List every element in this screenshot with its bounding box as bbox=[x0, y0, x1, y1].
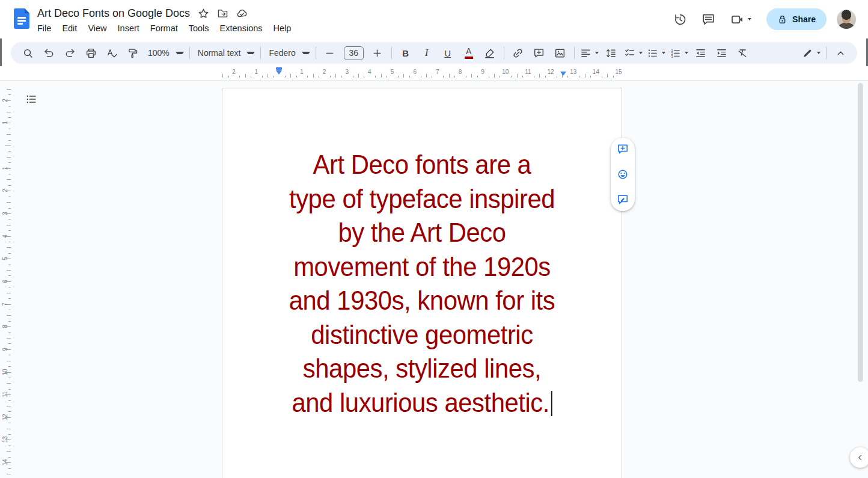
insert-link-button[interactable] bbox=[509, 44, 528, 61]
undo-button[interactable] bbox=[39, 44, 58, 61]
left-indent-marker[interactable] bbox=[276, 67, 282, 75]
bulleted-list-button[interactable] bbox=[646, 44, 667, 61]
ruler-tick bbox=[330, 76, 331, 78]
account-avatar[interactable] bbox=[837, 10, 856, 29]
menu-item-view[interactable]: View bbox=[82, 22, 112, 34]
menu-item-format[interactable]: Format bbox=[145, 22, 183, 34]
ruler-tick bbox=[8, 253, 11, 254]
increase-font-size-button[interactable] bbox=[368, 44, 387, 61]
print-button[interactable] bbox=[81, 44, 100, 61]
line-paragraph-spacing-button[interactable] bbox=[602, 44, 621, 61]
text-line: type of typeface inspired bbox=[236, 182, 608, 216]
ruler-tick bbox=[285, 76, 286, 78]
align-icon bbox=[580, 47, 591, 59]
google-docs-logo[interactable] bbox=[14, 8, 29, 29]
decrease-indent-button[interactable] bbox=[691, 44, 711, 61]
styles-select[interactable]: Normal text bbox=[194, 44, 257, 61]
document-title[interactable]: Art Deco Fonts on Google Docs bbox=[37, 7, 190, 20]
ruler-number: 12 bbox=[548, 69, 554, 75]
lock-icon bbox=[777, 14, 787, 25]
increase-indent-button[interactable] bbox=[712, 44, 732, 61]
header-right: Share bbox=[668, 7, 856, 31]
spelling-grammar-check-button[interactable] bbox=[102, 44, 121, 61]
first-line-indent-marker[interactable] bbox=[276, 67, 282, 70]
align-button[interactable] bbox=[579, 44, 600, 61]
print-icon bbox=[85, 47, 97, 59]
font-size-input[interactable]: 36 bbox=[344, 46, 364, 60]
decrease-font-size-button[interactable] bbox=[320, 44, 340, 61]
menu-item-help[interactable]: Help bbox=[268, 22, 297, 34]
hide-menus-button[interactable] bbox=[831, 44, 850, 61]
ruler-number: 7 bbox=[436, 69, 439, 75]
ruler-tick bbox=[8, 321, 11, 322]
star-icon[interactable] bbox=[198, 8, 209, 19]
redo-button[interactable] bbox=[60, 44, 79, 61]
suggest-edits-button[interactable] bbox=[617, 194, 629, 206]
share-button[interactable]: Share bbox=[766, 8, 827, 30]
text-line-content: and luxurious aesthetic. bbox=[292, 387, 549, 418]
ruler-number: 14 bbox=[593, 69, 599, 75]
font-select-value: Federo bbox=[266, 48, 298, 58]
menu-item-tools[interactable]: Tools bbox=[183, 22, 215, 34]
menu-item-extensions[interactable]: Extensions bbox=[215, 22, 268, 34]
ruler-tick bbox=[8, 411, 11, 412]
indent-icon bbox=[716, 47, 727, 59]
ruler-tick bbox=[7, 270, 11, 271]
font-select[interactable]: Federo bbox=[265, 44, 311, 61]
italic-button[interactable]: I bbox=[417, 44, 436, 61]
ruler-tick bbox=[8, 366, 11, 367]
clear-formatting-button[interactable] bbox=[733, 44, 753, 61]
ruler-tick bbox=[607, 74, 608, 78]
bold-button-letter: B bbox=[402, 48, 409, 58]
ruler-tick bbox=[262, 76, 263, 78]
join-video-call-icon[interactable] bbox=[725, 8, 756, 31]
zoom-select[interactable]: 100% bbox=[144, 44, 185, 61]
add-comment-margin-button[interactable] bbox=[617, 143, 629, 155]
ruler-number: 2 bbox=[2, 97, 8, 104]
move-to-folder-icon[interactable] bbox=[217, 8, 228, 19]
ruler-tick bbox=[8, 106, 11, 106]
ruler-tick bbox=[8, 117, 11, 118]
menu-item-file[interactable]: File bbox=[32, 22, 57, 34]
add-comment-button[interactable] bbox=[530, 44, 549, 61]
ruler-tick bbox=[387, 76, 387, 78]
search-menus-button[interactable] bbox=[18, 44, 37, 61]
text-line: shapes, stylized lines, bbox=[236, 352, 608, 386]
ruler-number: 9 bbox=[2, 346, 8, 353]
ruler-tick bbox=[494, 74, 495, 78]
ruler-tick bbox=[8, 242, 11, 242]
version-history-icon[interactable] bbox=[668, 8, 691, 31]
vertical-scrollbar[interactable] bbox=[858, 83, 863, 382]
numbered-list-button[interactable]: 123 bbox=[668, 44, 689, 61]
chevron-down-icon bbox=[246, 52, 255, 54]
text-line: distinctive geometric bbox=[236, 318, 608, 352]
text-line: and luxurious aesthetic. bbox=[236, 386, 608, 420]
highlight-color-button[interactable] bbox=[480, 44, 500, 61]
numberlist-icon: 123 bbox=[670, 47, 681, 59]
checklist-button[interactable] bbox=[623, 44, 644, 61]
editing-mode-button[interactable] bbox=[801, 44, 822, 61]
ruler-number: 11 bbox=[525, 69, 531, 75]
bold-button[interactable]: B bbox=[396, 44, 415, 61]
insert-image-button[interactable] bbox=[551, 44, 570, 61]
collapse-side-panel-button[interactable] bbox=[850, 447, 868, 468]
text-line-content: Art Deco fonts are a bbox=[313, 149, 531, 180]
text-color-button[interactable]: A bbox=[459, 44, 478, 61]
show-comments-icon[interactable] bbox=[697, 8, 720, 31]
ruler-number: 4 bbox=[368, 69, 371, 75]
bulletlist-icon bbox=[647, 47, 658, 59]
underline-button[interactable]: U bbox=[438, 44, 457, 61]
right-indent-marker[interactable] bbox=[560, 72, 566, 76]
ruler-tick bbox=[222, 74, 223, 78]
emoji-reaction-button[interactable] bbox=[617, 168, 629, 180]
paint-format-button[interactable] bbox=[123, 44, 142, 61]
ruler-number: 2 bbox=[2, 187, 8, 194]
document-page[interactable]: Art Deco fonts are atype of typeface ins… bbox=[222, 88, 622, 478]
ruler-tick bbox=[8, 389, 11, 390]
menu-item-edit[interactable]: Edit bbox=[57, 22, 82, 34]
ruler-tick bbox=[335, 74, 336, 78]
menu-item-insert[interactable]: Insert bbox=[112, 22, 145, 34]
zoom-select-value: 100% bbox=[145, 48, 172, 58]
document-outline-icon[interactable] bbox=[25, 93, 38, 106]
svg-text:3: 3 bbox=[671, 54, 673, 58]
